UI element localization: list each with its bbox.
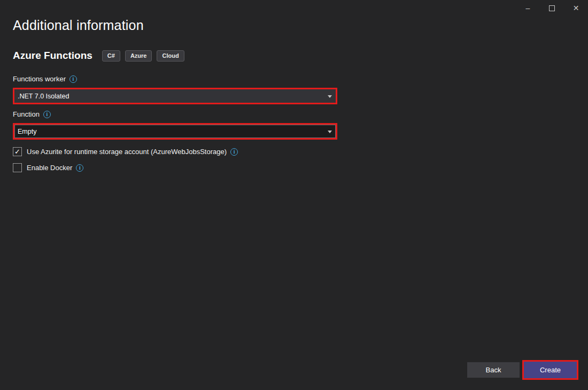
azurite-checkbox-label: Use Azurite for runtime storage account … bbox=[27, 148, 227, 156]
minimize-icon: – bbox=[526, 4, 530, 12]
dropdown-inner-border bbox=[14, 125, 336, 138]
template-row: Azure Functions C# Azure Cloud bbox=[13, 50, 575, 62]
info-icon[interactable]: i bbox=[69, 75, 77, 83]
close-icon: ✕ bbox=[573, 4, 579, 12]
dialog-footer: Back Create bbox=[467, 360, 578, 380]
page-title: Additional information bbox=[13, 18, 575, 33]
template-name: Azure Functions bbox=[13, 50, 92, 62]
function-dropdown[interactable]: Empty bbox=[13, 123, 337, 140]
tag-cloud: Cloud bbox=[157, 50, 184, 62]
functions-worker-dropdown[interactable]: .NET 7.0 Isolated bbox=[13, 88, 337, 104]
tag-list: C# Azure Cloud bbox=[102, 50, 184, 62]
info-icon[interactable]: i bbox=[230, 148, 238, 156]
close-button[interactable]: ✕ bbox=[564, 0, 588, 16]
dialog-content: Additional information Azure Functions C… bbox=[0, 18, 588, 172]
maximize-icon bbox=[549, 5, 555, 11]
tag-azure: Azure bbox=[125, 50, 152, 62]
info-icon[interactable]: i bbox=[43, 111, 51, 118]
functions-worker-value: .NET 7.0 Isolated bbox=[14, 93, 69, 100]
titlebar: – ✕ bbox=[516, 0, 588, 16]
docker-checkbox-label: Enable Docker bbox=[27, 164, 72, 172]
tag-csharp: C# bbox=[102, 50, 120, 62]
minimize-button[interactable]: – bbox=[516, 0, 540, 16]
function-label: Function bbox=[13, 110, 40, 118]
back-button[interactable]: Back bbox=[467, 362, 520, 378]
chevron-down-icon bbox=[328, 95, 332, 98]
functions-worker-label: Functions worker bbox=[13, 75, 66, 83]
function-label-row: Function i bbox=[13, 110, 575, 118]
docker-checkbox[interactable] bbox=[13, 163, 22, 172]
info-icon[interactable]: i bbox=[76, 164, 83, 172]
create-button[interactable]: Create bbox=[522, 360, 578, 380]
maximize-button[interactable] bbox=[540, 0, 564, 16]
azurite-checkbox[interactable]: ✓ bbox=[13, 147, 22, 156]
docker-checkbox-row: Enable Docker i bbox=[13, 163, 575, 172]
chevron-down-icon bbox=[328, 131, 332, 133]
functions-worker-label-row: Functions worker i bbox=[13, 75, 575, 83]
azurite-checkbox-row: ✓ Use Azurite for runtime storage accoun… bbox=[13, 147, 575, 156]
function-value: Empty bbox=[14, 128, 36, 135]
